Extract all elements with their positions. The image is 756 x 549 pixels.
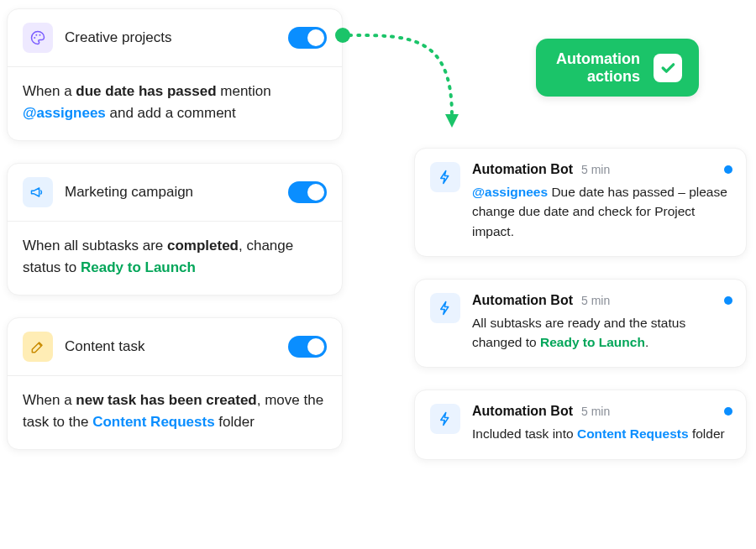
pencil-square-icon bbox=[23, 332, 53, 362]
rule-description: When a new task has been created, move t… bbox=[8, 376, 342, 449]
folder-link[interactable]: Content Requests bbox=[577, 426, 689, 441]
rule-card-content: Content task When a new task has been cr… bbox=[7, 317, 343, 450]
timestamp: 5 min bbox=[581, 163, 610, 176]
rule-title: Creative projects bbox=[65, 29, 276, 46]
chip-line: actions bbox=[587, 68, 640, 85]
rule-toggle[interactable] bbox=[288, 181, 327, 203]
status-label: Ready to Launch bbox=[540, 335, 645, 349]
message-text: folder bbox=[689, 426, 725, 441]
unread-indicator bbox=[724, 296, 732, 305]
message-text: . bbox=[645, 335, 648, 349]
svg-point-1 bbox=[35, 34, 37, 36]
folder-link[interactable]: Content Requests bbox=[92, 414, 214, 430]
rule-card-marketing: Marketing campaign When all subtasks are… bbox=[7, 163, 343, 295]
rule-text: When a bbox=[23, 392, 76, 408]
rule-title: Marketing campaign bbox=[65, 184, 276, 201]
rule-card-creative: Creative projects When a due date has pa… bbox=[7, 8, 343, 141]
notification-card: Automation Bot 5 min @assignees Due date… bbox=[414, 148, 747, 257]
bolt-icon bbox=[430, 162, 460, 192]
notification-body: Automation Bot 5 min @assignees Due date… bbox=[472, 162, 731, 241]
rule-description: When a due date has passed mention @assi… bbox=[8, 67, 342, 140]
rule-text: When all subtasks are bbox=[23, 238, 167, 254]
notification-message: All subtasks are ready and the status ch… bbox=[472, 313, 731, 353]
rule-header: Content task bbox=[8, 318, 342, 376]
chip-line: Automation bbox=[556, 50, 640, 67]
notification-header: Automation Bot 5 min bbox=[472, 293, 731, 308]
rule-title: Content task bbox=[65, 338, 276, 355]
timestamp: 5 min bbox=[581, 405, 610, 418]
rule-text: When a bbox=[23, 83, 76, 99]
automation-rules-column: Creative projects When a due date has pa… bbox=[7, 8, 343, 450]
bolt-icon bbox=[430, 404, 460, 434]
notification-header: Automation Bot 5 min bbox=[472, 404, 731, 419]
palette-icon bbox=[23, 23, 53, 53]
megaphone-icon bbox=[23, 177, 53, 207]
notification-body: Automation Bot 5 min All subtasks are re… bbox=[472, 293, 731, 353]
status-label: Ready to Launch bbox=[81, 259, 196, 275]
notification-message: Included task into Content Requests fold… bbox=[472, 424, 731, 443]
rule-text-bold: new task has been created bbox=[76, 392, 256, 408]
notification-header: Automation Bot 5 min bbox=[472, 162, 731, 177]
bolt-icon bbox=[430, 293, 460, 323]
check-icon bbox=[654, 54, 682, 82]
mention[interactable]: @assignees bbox=[23, 105, 106, 121]
rule-toggle[interactable] bbox=[288, 27, 327, 49]
notification-message: @assignees Due date has passed – please … bbox=[472, 182, 731, 241]
rule-text-bold: due date has passed bbox=[76, 83, 216, 99]
mention[interactable]: @assignees bbox=[472, 185, 548, 199]
bot-name: Automation Bot bbox=[472, 293, 573, 308]
svg-point-0 bbox=[34, 37, 35, 39]
notification-card: Automation Bot 5 min Included task into … bbox=[414, 390, 747, 459]
notification-body: Automation Bot 5 min Included task into … bbox=[472, 404, 731, 443]
svg-point-2 bbox=[39, 34, 41, 36]
rule-text: and add a comment bbox=[106, 105, 236, 121]
rule-header: Creative projects bbox=[8, 9, 342, 67]
bot-name: Automation Bot bbox=[472, 404, 573, 419]
message-text: Included task into bbox=[472, 426, 577, 441]
unread-indicator bbox=[724, 165, 732, 174]
rule-description: When all subtasks are completed, change … bbox=[8, 222, 342, 295]
unread-indicator bbox=[724, 407, 732, 416]
notification-card: Automation Bot 5 min All subtasks are re… bbox=[414, 279, 747, 369]
rule-header: Marketing campaign bbox=[8, 164, 342, 222]
timestamp: 5 min bbox=[581, 294, 610, 307]
rule-text: folder bbox=[215, 414, 255, 430]
chip-text: Automation actions bbox=[556, 50, 640, 85]
flow-arrow bbox=[334, 24, 486, 141]
rule-text-bold: completed bbox=[167, 238, 239, 254]
rule-text: mention bbox=[217, 83, 271, 99]
bot-name: Automation Bot bbox=[472, 162, 573, 177]
notifications-column: Automation Bot 5 min @assignees Due date… bbox=[414, 148, 747, 460]
rule-toggle[interactable] bbox=[288, 336, 327, 358]
automation-actions-chip: Automation actions bbox=[536, 39, 699, 97]
